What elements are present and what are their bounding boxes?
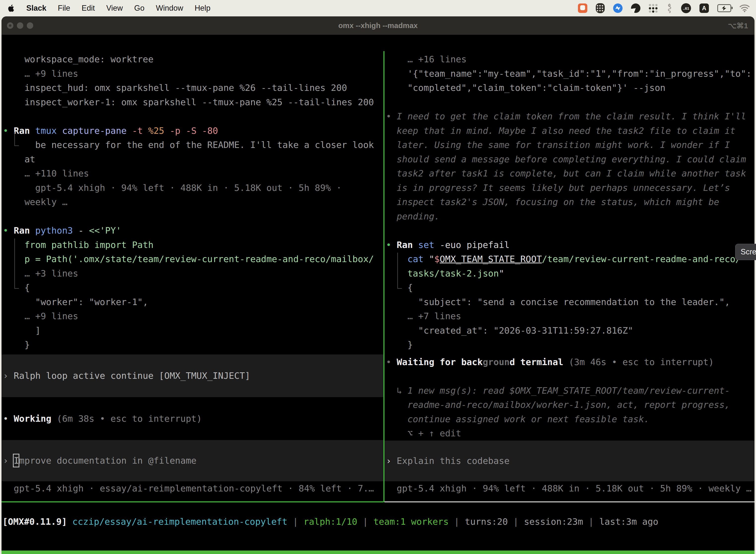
text-segment: %25 bbox=[148, 126, 170, 136]
privacy-shield-icon[interactable] bbox=[596, 3, 605, 13]
text-segment: continue assigned work or next feasible … bbox=[386, 414, 649, 424]
active-app-name[interactable]: Slack bbox=[26, 4, 46, 13]
slack-notification-icon[interactable] bbox=[578, 3, 587, 13]
text-segment: at bbox=[3, 154, 35, 164]
terminal-line: workspace_mode: worktree bbox=[1, 52, 383, 66]
text-segment bbox=[386, 254, 407, 264]
text-segment: • bbox=[386, 357, 397, 367]
terminal-line: … +3 lines bbox=[1, 266, 383, 281]
tmux-pane-right[interactable]: … +16 lines '{"team_name":"my-team","tas… bbox=[384, 51, 755, 502]
text-segment: weekly … bbox=[3, 197, 67, 207]
terminal-line: keep that in mind. Maybe I also need the… bbox=[384, 124, 755, 138]
text-segment: pending. bbox=[386, 211, 440, 221]
screen-overlay-label: Scre bbox=[741, 247, 756, 257]
text-segment: Working bbox=[14, 413, 57, 424]
omx-status-line: [OMX#0.11.9] cczip/essay/ai-reimplementa… bbox=[1, 514, 753, 529]
terminal-line: ↳ 1 new msg(s): read $OMX_TEAM_STATE_ROO… bbox=[384, 384, 755, 398]
text-segment: mprove documentation in @filename bbox=[19, 455, 196, 466]
text-segment: • bbox=[3, 225, 14, 235]
spacer bbox=[384, 352, 755, 355]
text-segment: } bbox=[386, 340, 413, 350]
meter-badge-icon[interactable]: ..61 bbox=[681, 3, 691, 13]
text-segment: "subject": "send a concise recommendatio… bbox=[386, 297, 730, 307]
text-segment: ralph:1/10 bbox=[304, 516, 358, 527]
spacer bbox=[1, 397, 383, 411]
command-line: • Ran set -euo pipefail bbox=[384, 238, 755, 252]
text-segment: › bbox=[3, 371, 14, 381]
text-segment: session:23m bbox=[524, 516, 583, 527]
menu-item-edit[interactable]: Edit bbox=[82, 4, 95, 13]
text-segment: | bbox=[508, 516, 524, 527]
input-source-icon[interactable]: A bbox=[699, 3, 709, 13]
text-segment: [OMX#0.11.9] bbox=[2, 516, 72, 527]
text-segment: should send a message before completing … bbox=[386, 154, 746, 164]
terminal-line: ⌥ + ↑ edit bbox=[384, 426, 755, 441]
apple-icon[interactable] bbox=[7, 4, 15, 12]
pie-menu-icon[interactable] bbox=[631, 3, 640, 13]
text-segment: -p -S -80 bbox=[170, 126, 218, 136]
text-segment: Ran bbox=[14, 225, 35, 235]
text-segment: gpt-5.4 xhigh · essay/ai-reimplementatio… bbox=[3, 483, 374, 493]
tmux-pane-left[interactable]: workspace_mode: worktree … +9 lines insp… bbox=[1, 51, 383, 502]
text-segment: inspect_hud: omx sparkshell --tmux-pane … bbox=[3, 82, 347, 93]
text-segment: gpt-5.4 xhigh · 94% left · 488K in · 5.1… bbox=[3, 183, 341, 193]
text-segment: (6m 38s • esc to interrupt) bbox=[57, 413, 202, 424]
text-segment: turns:20 bbox=[465, 516, 508, 527]
terminal-line: '{"team_name":"my-team","task_id":"1","f… bbox=[384, 66, 755, 81]
text-segment: } bbox=[3, 340, 30, 350]
terminal-line: … +9 lines bbox=[1, 309, 383, 323]
terminal-line: … +16 lines bbox=[384, 52, 755, 66]
text-segment: inspect_worker-1: omx sparkshell --tmux-… bbox=[3, 97, 374, 107]
terminal-line: { bbox=[384, 280, 755, 295]
text-segment: tasks/task-2.json bbox=[386, 268, 499, 278]
menu-item-window[interactable]: Window bbox=[156, 4, 183, 13]
prompt-input[interactable]: › Explain this codebase bbox=[384, 441, 755, 481]
terminal-line: gpt-5.4 xhigh · 94% left · 488K in · 5.1… bbox=[384, 481, 755, 496]
terminal-line: inspect_worker-1: omx sparkshell --tmux-… bbox=[1, 95, 383, 109]
text-segment: › bbox=[3, 455, 14, 466]
text-segment: $ bbox=[434, 254, 440, 264]
text-segment: keep that in mind. Maybe I also need the… bbox=[386, 126, 736, 136]
command-line: • Ran tmux capture-pane -t %25 -p -S -80 bbox=[1, 124, 383, 138]
menu-item-go[interactable]: Go bbox=[134, 4, 144, 13]
input-source-label: A bbox=[702, 5, 706, 12]
messenger-badge-icon[interactable] bbox=[613, 3, 623, 13]
text-segment: … +16 lines bbox=[386, 54, 466, 64]
text-segment: cat bbox=[407, 254, 429, 264]
text-segment: is in progress? It seems likely but perh… bbox=[386, 183, 730, 193]
text-segment: tmux bbox=[35, 126, 62, 136]
battery-charging-icon[interactable] bbox=[717, 4, 731, 12]
terminal-line: { bbox=[1, 280, 383, 295]
tmux-session-label: [omx-cczip0:bash* bbox=[1, 553, 94, 554]
dots-grid-icon[interactable] bbox=[649, 4, 658, 13]
text-segment: • bbox=[386, 111, 397, 121]
terminal-line: "subject": "send a concise recommendatio… bbox=[384, 295, 755, 309]
terminal-line: readme-and-reco/mailbox/worker-1.json, a… bbox=[384, 398, 755, 412]
text-segment: … +110 lines bbox=[3, 168, 89, 178]
waiting-status: • Waiting for background terminal (3m 46… bbox=[384, 355, 755, 369]
terminal-line: } bbox=[1, 338, 383, 352]
text-segment: … +7 lines bbox=[386, 311, 461, 321]
wifi-icon[interactable] bbox=[740, 4, 750, 12]
menu-item-help[interactable]: Help bbox=[195, 4, 210, 13]
prompt-input[interactable]: › Improve documentation in @filename bbox=[1, 440, 383, 481]
output-connector bbox=[14, 132, 19, 146]
menu-item-file[interactable]: File bbox=[58, 4, 70, 13]
terminal-line: ] bbox=[1, 323, 383, 338]
text-segment: Explain this codebase bbox=[397, 456, 509, 466]
window-titlebar[interactable]: omx --xhigh --madmax ⌥⌘1 bbox=[1, 16, 755, 35]
menu-item-view[interactable]: View bbox=[106, 4, 123, 13]
terminal-line: continue assigned work or next feasible … bbox=[384, 412, 755, 427]
text-segment: • bbox=[386, 240, 397, 250]
terminal-line: inspect_hud: omx sparkshell --tmux-pane … bbox=[1, 81, 383, 95]
text-segment: ] bbox=[3, 325, 41, 336]
screen-overlay-button[interactable]: Scre bbox=[735, 244, 756, 260]
text-segment: '{"team_name":"my-team","task_id":"1","f… bbox=[386, 68, 752, 79]
text-segment: groun bbox=[483, 357, 509, 367]
text-segment: " bbox=[429, 254, 434, 264]
text-segment: "created_at": "2026-03-31T11:59:27.816Z" bbox=[386, 325, 633, 336]
text-segment: | bbox=[288, 516, 304, 527]
squiggle-icon[interactable] bbox=[666, 3, 673, 13]
text-segment: " bbox=[499, 268, 504, 278]
text-segment: ↳ 1 new msg(s): read $OMX_TEAM_STATE_ROO… bbox=[386, 385, 730, 396]
